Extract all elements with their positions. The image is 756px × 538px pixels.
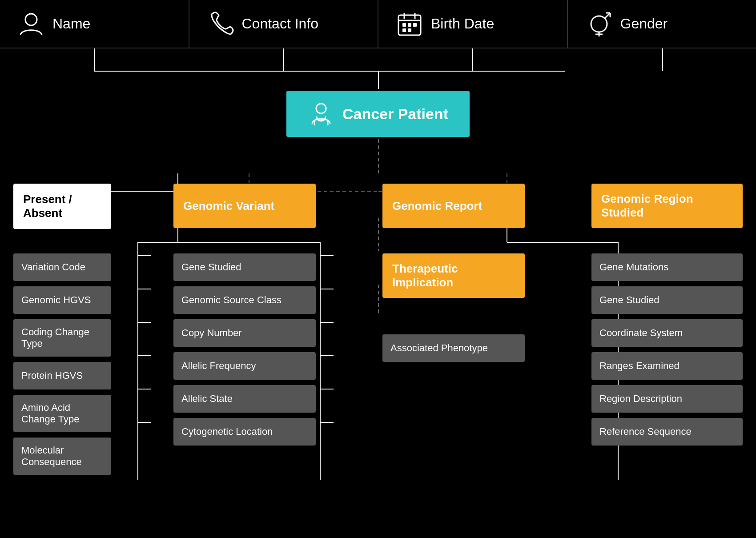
- genomic-report-col: Genomic Report: [382, 184, 525, 228]
- genomic-variant-col: Genomic Variant: [173, 184, 316, 228]
- svg-point-57: [316, 104, 326, 113]
- svg-point-51: [591, 16, 607, 32]
- mid-left-item-1: Genomic Source Class: [173, 286, 316, 314]
- associated-phenotype-box: Associated Phenotype: [382, 334, 525, 362]
- mid-boxes-row: Present / Absent Genomic Variant Genomic…: [0, 184, 756, 229]
- mid-left-item-5: Cytogenetic Location: [173, 418, 316, 446]
- person-icon: [18, 11, 44, 37]
- left-item-3: Protein HGVS: [13, 362, 111, 389]
- connector-spacer: [0, 48, 756, 91]
- svg-rect-49: [402, 28, 406, 32]
- gender-label: Gender: [620, 16, 668, 32]
- genomic-region-box: Genomic Region Studied: [591, 184, 743, 228]
- right-item-5: Reference Sequence: [591, 418, 743, 446]
- cancer-patient-section: Cancer Patient: [0, 91, 756, 137]
- present-absent-box: Present / Absent: [13, 184, 111, 229]
- header-row: Name Contact Info: [0, 0, 756, 48]
- mid-left-item-4: Allelic State: [173, 385, 316, 413]
- detail-rows: Variation Code Genomic HGVS Coding Chang…: [0, 253, 756, 475]
- left-item-1: Genomic HGVS: [13, 286, 111, 314]
- therapeutic-implication-box: Therapeutic Implication: [382, 253, 525, 298]
- right-items: Gene Mutations Gene Studied Coordinate S…: [591, 253, 743, 446]
- left-item-5: Molecular Consequence: [13, 438, 111, 475]
- svg-rect-47: [408, 23, 411, 27]
- right-item-2: Coordinate System: [591, 319, 743, 347]
- mid-right-items: Therapeutic Implication Associated Pheno…: [382, 253, 525, 362]
- svg-rect-46: [402, 23, 406, 27]
- header-gender: Gender: [568, 0, 756, 48]
- name-label: Name: [52, 16, 90, 32]
- genomic-region-label: Genomic Region Studied: [601, 192, 733, 220]
- genomic-region-col: Genomic Region Studied: [591, 184, 743, 228]
- mid-left-item-0: Gene Studied: [173, 253, 316, 281]
- svg-rect-48: [413, 23, 417, 27]
- svg-point-41: [25, 14, 37, 25]
- dashed-spacer: [0, 137, 756, 184]
- present-absent-col: Present / Absent: [13, 184, 111, 229]
- genomic-variant-box: Genomic Variant: [173, 184, 316, 228]
- present-absent-label: Present / Absent: [23, 193, 101, 220]
- contact-label: Contact Info: [242, 16, 319, 32]
- left-item-4: Amino Acid Change Type: [13, 395, 111, 432]
- left-item-2: Coding Change Type: [13, 319, 111, 357]
- mid-left-item-3: Allelic Frequency: [173, 352, 316, 380]
- genomic-report-box: Genomic Report: [382, 184, 525, 228]
- left-items: Variation Code Genomic HGVS Coding Chang…: [13, 253, 111, 475]
- calendar-icon: [396, 11, 423, 37]
- right-item-1: Gene Studied: [591, 286, 743, 314]
- right-item-3: Ranges Examined: [591, 352, 743, 380]
- header-name: Name: [0, 0, 189, 48]
- mid-left-item-2: Copy Number: [173, 319, 316, 347]
- left-item-0: Variation Code: [13, 253, 111, 281]
- birthdate-label: Birth Date: [431, 16, 494, 32]
- right-item-0: Gene Mutations: [591, 253, 743, 281]
- header-contact: Contact Info: [189, 0, 379, 48]
- svg-line-52: [605, 13, 610, 18]
- genomic-report-label: Genomic Report: [392, 199, 482, 213]
- right-item-4: Region Description: [591, 385, 743, 413]
- mid-left-items: Gene Studied Genomic Source Class Copy N…: [173, 253, 316, 446]
- cancer-patient-icon: [308, 100, 334, 127]
- cancer-patient-box: Cancer Patient: [286, 91, 470, 137]
- phone-icon: [207, 11, 234, 37]
- svg-rect-50: [408, 28, 411, 32]
- genomic-variant-label: Genomic Variant: [183, 199, 274, 213]
- header-birthdate: Birth Date: [378, 0, 568, 48]
- cancer-patient-label: Cancer Patient: [342, 105, 448, 123]
- gender-icon: [586, 11, 612, 37]
